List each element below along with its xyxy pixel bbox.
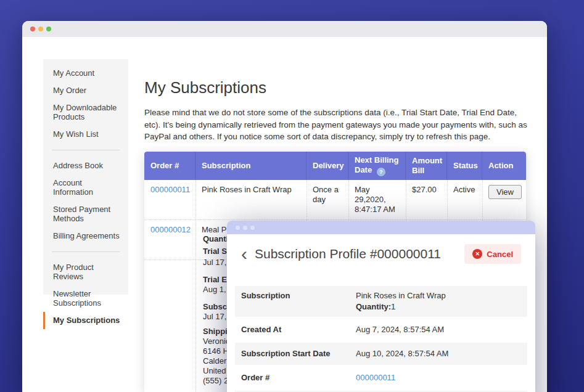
amount-cell: $27.00: [406, 180, 447, 219]
sidebar-divider: [52, 251, 120, 252]
sidebar-item-my-order[interactable]: My Order: [43, 82, 128, 99]
sidebar-item-my-downloadable-products[interactable]: My Downloadable Products: [43, 99, 128, 126]
sidebar-item-my-wish-list[interactable]: My Wish List: [43, 126, 128, 143]
modal-titlebar: [227, 221, 535, 234]
view-button[interactable]: View: [488, 185, 522, 199]
modal-window-dot-icon: [243, 226, 247, 230]
column-header-subscription: Subscription: [195, 152, 306, 180]
column-header-next-billing-date: Next Billing Date ?: [348, 152, 406, 180]
column-header-amount-bill: Amount Bill: [406, 152, 447, 180]
page-title: My Subscriptions: [144, 78, 527, 97]
column-header-action: Action: [482, 152, 526, 180]
back-chevron-icon[interactable]: ‹: [241, 245, 247, 263]
modal-row-order-number: Order # 000000011: [235, 366, 527, 390]
modal-title: Subscription Profile #000000011: [255, 245, 441, 263]
modal-window-dot-icon: [236, 226, 240, 230]
column-header-order: Order #: [144, 152, 195, 180]
minimize-window-icon[interactable]: [38, 27, 43, 31]
sidebar-item-address-book[interactable]: Address Book: [43, 157, 128, 174]
modal-order-link[interactable]: 000000011: [356, 373, 395, 382]
sidebar-item-my-product-reviews[interactable]: My Product Reviews: [43, 259, 128, 285]
order-link[interactable]: 000000011: [150, 185, 190, 194]
cancel-x-icon: ✕: [472, 249, 482, 259]
subscription-cell: Pink Roses in Craft Wrap: [195, 180, 306, 219]
modal-body: ‹ Subscription Profile #000000011 ✕ Canc…: [227, 234, 535, 392]
sidebar-item-stored-payment-methods[interactable]: Stored Payment Methods: [43, 201, 128, 227]
help-icon[interactable]: ?: [377, 168, 385, 176]
window-titlebar: [22, 21, 547, 37]
sidebar-divider: [52, 150, 120, 150]
modal-detail-rows: Subscription Pink Roses in Craft Wrap Qu…: [235, 286, 527, 392]
page-description: Please mind that we do not store some of…: [144, 107, 527, 143]
table-row: 000000011 Pink Roses in Craft Wrap Once …: [144, 180, 526, 220]
maximize-window-icon[interactable]: [46, 27, 51, 31]
delivery-cell: Once a day: [306, 180, 348, 219]
sidebar-item-my-account[interactable]: My Account: [43, 65, 128, 82]
sidebar-item-billing-agreements[interactable]: Billing Agreements: [43, 227, 128, 245]
sidebar-item-my-subscriptions[interactable]: My Subscriptions: [43, 312, 128, 329]
cancel-button[interactable]: ✕ Cancel: [464, 244, 521, 264]
modal-row-created-at: Created At Aug 7, 2024, 8:57:54 AM: [235, 318, 527, 341]
sidebar-item-newsletter-subscriptions[interactable]: Newsletter Subscriptions: [43, 285, 128, 312]
status-cell: Active: [447, 180, 482, 219]
modal-row-subscription: Subscription Pink Roses in Craft Wrap Qu…: [235, 286, 527, 317]
subscription-profile-modal: ‹ Subscription Profile #000000011 ✕ Canc…: [227, 221, 535, 392]
modal-row-subscription-start-date: Subscription Start Date Aug 10, 2024, 8:…: [235, 343, 527, 365]
modal-window-dot-icon: [250, 226, 255, 230]
table-header-row: Order # Subscription Delivery Next Billi…: [144, 152, 526, 180]
sidebar-item-account-information[interactable]: Account Information: [43, 174, 128, 201]
account-sidebar: My Account My Order My Downloadable Prod…: [43, 59, 128, 295]
column-header-delivery: Delivery: [306, 152, 348, 180]
next-billing-cell: May 29,2020, 8:47:17 AM: [348, 180, 406, 219]
close-window-icon[interactable]: [30, 27, 35, 31]
column-header-status: Status: [447, 152, 482, 180]
order-link[interactable]: 000000012: [150, 225, 191, 234]
